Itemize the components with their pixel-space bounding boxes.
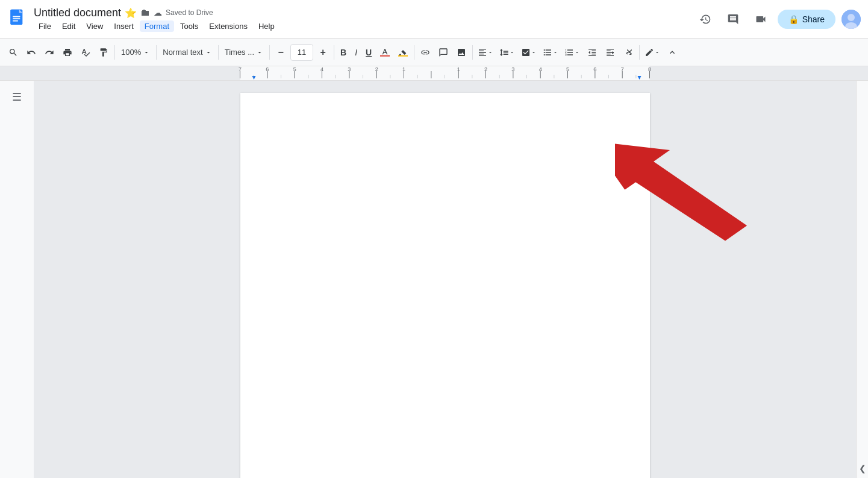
menu-insert[interactable]: Insert xyxy=(109,20,139,32)
svg-text:4: 4 xyxy=(539,66,542,72)
outline-icon[interactable]: ☰ xyxy=(10,88,24,106)
clear-formatting-button[interactable] xyxy=(620,43,637,62)
svg-text:7: 7 xyxy=(621,66,624,72)
menu-help[interactable]: Help xyxy=(254,20,279,32)
text-color-button[interactable] xyxy=(376,43,393,62)
insert-link-button[interactable] xyxy=(417,43,434,62)
add-to-drive-icon[interactable]: 🖿 xyxy=(140,7,150,18)
svg-rect-4 xyxy=(13,20,18,21)
share-button[interactable]: 🔒 Share xyxy=(778,10,835,29)
menu-extensions[interactable]: Extensions xyxy=(204,20,252,32)
menu-view[interactable]: View xyxy=(81,20,108,32)
svg-rect-12 xyxy=(0,66,240,81)
menu-tools[interactable]: Tools xyxy=(175,20,203,32)
toolbar-divider-4 xyxy=(269,45,270,60)
toolbar-divider-3 xyxy=(218,45,219,60)
svg-text:3: 3 xyxy=(348,66,351,72)
paint-format-button[interactable] xyxy=(95,43,112,62)
svg-text:1: 1 xyxy=(402,66,405,72)
svg-rect-9 xyxy=(398,55,408,56)
svg-text:5: 5 xyxy=(566,66,569,72)
collapse-icon: ❮ xyxy=(859,464,866,473)
menu-format[interactable]: Format xyxy=(140,20,174,32)
text-style-label: Normal text xyxy=(163,48,202,57)
svg-text:2: 2 xyxy=(375,66,378,72)
undo-button[interactable] xyxy=(23,43,40,62)
star-icon[interactable]: ⭐ xyxy=(125,7,137,19)
cloud-saved-icon: ☁ xyxy=(154,8,162,17)
decrease-font-button[interactable]: − xyxy=(272,43,289,62)
svg-text:1: 1 xyxy=(457,66,460,72)
history-button[interactable] xyxy=(695,8,716,30)
bold-label: B xyxy=(340,48,346,57)
svg-text:8: 8 xyxy=(648,66,651,72)
toolbar-divider-5 xyxy=(334,45,334,60)
toolbar-divider-7 xyxy=(472,45,473,60)
main-area: ☰ ❮ xyxy=(0,81,868,478)
menu-edit[interactable]: Edit xyxy=(57,20,80,32)
doc-title[interactable]: Untitled document xyxy=(34,7,121,19)
zoom-dropdown[interactable]: 100% xyxy=(117,43,154,62)
increase-font-button[interactable]: + xyxy=(314,43,331,62)
edit-mode-button[interactable] xyxy=(642,43,663,62)
title-bar: Untitled document ⭐ 🖿 ☁ Saved to Drive F… xyxy=(0,0,868,39)
svg-rect-2 xyxy=(13,16,20,17)
scroll-area[interactable] xyxy=(34,81,856,478)
toolbar-divider-6 xyxy=(414,45,414,60)
checklist-button[interactable] xyxy=(519,43,539,62)
bold-button[interactable]: B xyxy=(337,43,350,62)
font-name: Times ... xyxy=(225,48,254,57)
font-dropdown[interactable]: Times ... xyxy=(221,43,267,62)
saved-status: Saved to Drive xyxy=(166,8,213,17)
svg-text:2: 2 xyxy=(484,66,487,72)
redo-button[interactable] xyxy=(41,43,58,62)
share-lock-icon: 🔒 xyxy=(788,14,799,24)
italic-label: I xyxy=(355,48,357,57)
insert-image-button[interactable] xyxy=(453,43,470,62)
title-section: Untitled document ⭐ 🖿 ☁ Saved to Drive F… xyxy=(34,7,690,32)
decrease-indent-button[interactable] xyxy=(584,43,601,62)
insert-comment-button[interactable] xyxy=(435,43,452,62)
document-page[interactable] xyxy=(240,93,650,478)
spell-check-button[interactable] xyxy=(77,43,94,62)
share-label: Share xyxy=(802,14,825,24)
svg-rect-8 xyxy=(380,55,390,56)
numbered-list-button[interactable] xyxy=(562,43,582,62)
svg-rect-3 xyxy=(13,18,20,19)
menu-file[interactable]: File xyxy=(34,20,56,32)
toolbar: 100% Normal text Times ... − 11 + B I U xyxy=(0,39,868,66)
toolbar-divider-8 xyxy=(639,45,640,60)
line-spacing-button[interactable] xyxy=(497,43,517,62)
ruler-svg: 765432112345678 xyxy=(0,66,868,81)
right-collapse-panel[interactable]: ❮ xyxy=(856,81,868,478)
left-panel: ☰ xyxy=(0,81,34,478)
svg-text:6: 6 xyxy=(266,66,269,72)
toolbar-divider-2 xyxy=(156,45,157,60)
bullet-list-button[interactable] xyxy=(540,43,561,62)
print-button[interactable] xyxy=(59,43,76,62)
right-controls: 🔒 Share xyxy=(695,8,861,30)
align-button[interactable] xyxy=(475,43,496,62)
italic-button[interactable]: I xyxy=(351,43,361,62)
search-button[interactable] xyxy=(5,43,22,62)
underline-label: U xyxy=(366,48,372,57)
svg-text:3: 3 xyxy=(511,66,514,72)
svg-text:5: 5 xyxy=(293,66,296,72)
video-call-button[interactable] xyxy=(750,8,772,30)
svg-text:4: 4 xyxy=(320,66,323,72)
text-style-dropdown[interactable]: Normal text xyxy=(159,43,215,62)
comments-button[interactable] xyxy=(722,8,744,30)
svg-point-6 xyxy=(848,14,855,21)
highlight-color-button[interactable] xyxy=(395,43,411,62)
toolbar-divider-1 xyxy=(114,45,115,60)
underline-button[interactable]: U xyxy=(362,43,375,62)
svg-text:6: 6 xyxy=(593,66,596,72)
ruler: 765432112345678 xyxy=(0,66,868,81)
docs-logo[interactable] xyxy=(7,8,29,30)
font-size-input[interactable]: 11 xyxy=(290,44,313,61)
increase-indent-button[interactable] xyxy=(602,43,619,62)
collapse-toolbar-button[interactable] xyxy=(664,43,681,62)
zoom-level: 100% xyxy=(121,48,141,57)
svg-text:7: 7 xyxy=(239,66,242,72)
avatar[interactable] xyxy=(841,10,861,29)
